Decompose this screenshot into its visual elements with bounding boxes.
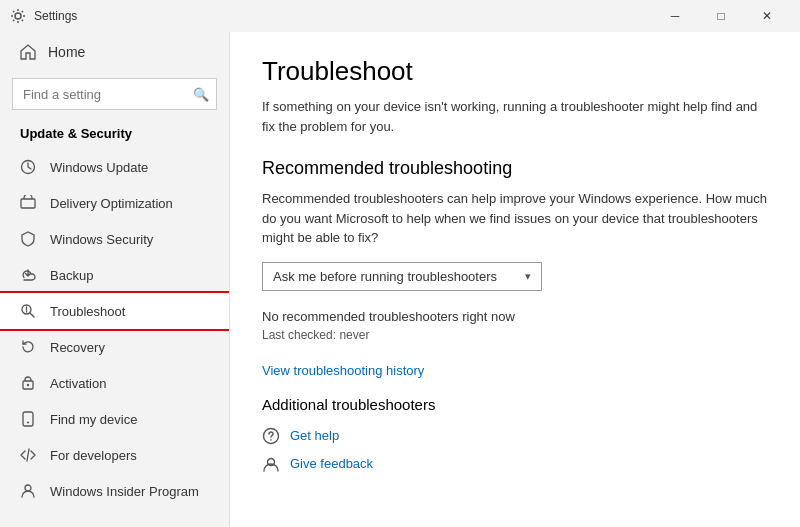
sidebar-item-home[interactable]: Home <box>0 32 229 72</box>
sidebar-item-label: Windows Security <box>50 232 153 247</box>
dropdown-value: Ask me before running troubleshooters <box>273 269 497 284</box>
svg-point-0 <box>15 13 21 19</box>
sidebar-item-for-developers[interactable]: For developers <box>0 437 229 473</box>
windows-update-icon <box>20 159 36 175</box>
title-bar-controls: ─ □ ✕ <box>652 0 790 32</box>
recommended-section-description: Recommended troubleshooters can help imp… <box>262 189 768 248</box>
svg-point-7 <box>27 422 29 424</box>
home-label: Home <box>48 44 85 60</box>
search-icon: 🔍 <box>193 87 209 102</box>
title-bar: Settings ─ □ ✕ <box>0 0 800 32</box>
sidebar-item-label: Find my device <box>50 412 137 427</box>
sidebar: Home 🔍 Update & Security Windows Update <box>0 32 230 527</box>
sidebar-item-label: Activation <box>50 376 106 391</box>
sidebar-item-label: Windows Update <box>50 160 148 175</box>
get-help-icon <box>262 427 280 445</box>
chevron-down-icon: ▾ <box>525 270 531 283</box>
developers-icon <box>20 447 36 463</box>
sidebar-section-title: Update & Security <box>0 120 229 149</box>
sidebar-item-label: Troubleshoot <box>50 304 125 319</box>
troubleshoot-icon <box>20 303 36 319</box>
sidebar-item-label: For developers <box>50 448 137 463</box>
troubleshoot-dropdown[interactable]: Ask me before running troubleshooters ▾ <box>262 262 542 291</box>
view-history-link[interactable]: View troubleshooting history <box>262 363 424 378</box>
svg-point-10 <box>270 439 272 441</box>
sidebar-item-windows-security[interactable]: Windows Security <box>0 221 229 257</box>
give-feedback-row: Give feedback <box>262 455 768 473</box>
backup-icon <box>20 267 36 283</box>
title-bar-left: Settings <box>10 8 77 24</box>
sidebar-item-troubleshoot[interactable]: Troubleshoot <box>0 293 229 329</box>
sidebar-item-backup[interactable]: Backup <box>0 257 229 293</box>
close-button[interactable]: ✕ <box>744 0 790 32</box>
sidebar-item-label: Windows Insider Program <box>50 484 199 499</box>
activation-icon <box>20 375 36 391</box>
additional-section-title: Additional troubleshooters <box>262 396 768 413</box>
sidebar-item-delivery-optimization[interactable]: Delivery Optimization <box>0 185 229 221</box>
sidebar-item-label: Recovery <box>50 340 105 355</box>
give-feedback-link[interactable]: Give feedback <box>290 456 373 471</box>
sidebar-item-activation[interactable]: Activation <box>0 365 229 401</box>
sidebar-item-recovery[interactable]: Recovery <box>0 329 229 365</box>
search-input[interactable] <box>12 78 217 110</box>
sidebar-item-label: Delivery Optimization <box>50 196 173 211</box>
home-icon <box>20 44 36 60</box>
maximize-button[interactable]: □ <box>698 0 744 32</box>
recommended-section-title: Recommended troubleshooting <box>262 158 768 179</box>
find-device-icon <box>20 411 36 427</box>
search-box: 🔍 <box>12 78 217 110</box>
minimize-button[interactable]: ─ <box>652 0 698 32</box>
title-bar-title: Settings <box>34 9 77 23</box>
last-checked-text: Last checked: never <box>262 328 768 342</box>
main-content: Troubleshoot If something on your device… <box>230 32 800 527</box>
sidebar-item-find-my-device[interactable]: Find my device <box>0 401 229 437</box>
page-description: If something on your device isn't workin… <box>262 97 768 136</box>
svg-point-8 <box>25 485 31 491</box>
insider-icon <box>20 483 36 499</box>
sidebar-item-windows-update[interactable]: Windows Update <box>0 149 229 185</box>
svg-rect-6 <box>23 412 33 426</box>
no-troubleshooters-text: No recommended troubleshooters right now <box>262 309 768 324</box>
get-help-link[interactable]: Get help <box>290 428 339 443</box>
security-icon <box>20 231 36 247</box>
delivery-icon <box>20 195 36 211</box>
svg-point-5 <box>27 384 29 386</box>
page-title: Troubleshoot <box>262 56 768 87</box>
get-help-row: Get help <box>262 427 768 445</box>
sidebar-item-label: Backup <box>50 268 93 283</box>
settings-icon <box>10 8 26 24</box>
svg-rect-2 <box>21 199 35 208</box>
sidebar-item-windows-insider[interactable]: Windows Insider Program <box>0 473 229 509</box>
give-feedback-icon <box>262 455 280 473</box>
recovery-icon <box>20 339 36 355</box>
app-body: Home 🔍 Update & Security Windows Update <box>0 32 800 527</box>
